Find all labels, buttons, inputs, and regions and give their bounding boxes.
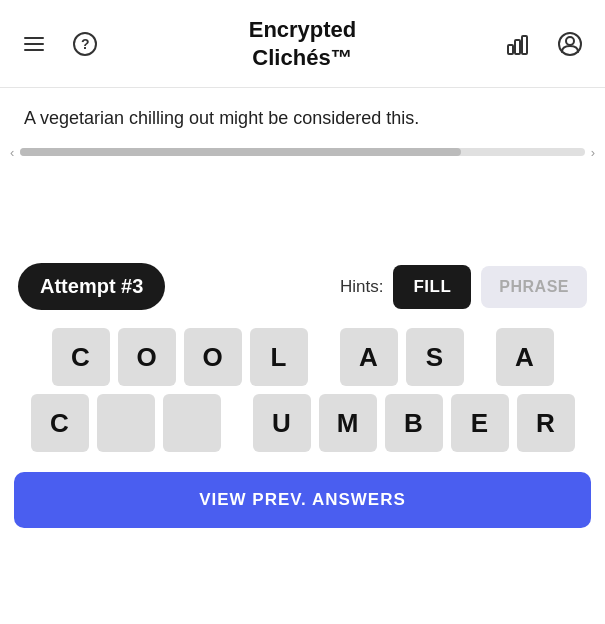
cell-1-5[interactable]: A: [340, 328, 398, 386]
svg-point-9: [566, 37, 574, 45]
svg-rect-5: [508, 45, 513, 54]
header: ? Encrypted Clichés™: [0, 0, 605, 88]
header-center: Encrypted Clichés™: [249, 16, 357, 71]
cell-2-4[interactable]: U: [253, 394, 311, 452]
svg-rect-6: [515, 40, 520, 54]
scroll-left-arrow[interactable]: ‹: [10, 145, 14, 160]
cell-2-2[interactable]: [97, 394, 155, 452]
scroll-thumb: [20, 148, 460, 156]
cell-2-7[interactable]: E: [451, 394, 509, 452]
middle-space: [0, 163, 605, 263]
cell-space-2: [472, 328, 488, 386]
letter-row-2: C U M B E R: [31, 394, 575, 452]
svg-rect-7: [522, 36, 527, 54]
controls-row: Attempt #3 Hints: FILL PHRASE: [0, 263, 605, 310]
scroll-bar: [20, 148, 584, 156]
user-icon[interactable]: [553, 27, 587, 61]
cell-1-2[interactable]: O: [118, 328, 176, 386]
view-prev-button[interactable]: VIEW PREV. ANSWERS: [14, 472, 591, 528]
app-title: Encrypted Clichés™: [249, 16, 357, 71]
help-icon[interactable]: ?: [68, 27, 102, 61]
menu-icon[interactable]: [18, 28, 50, 60]
cell-1-1[interactable]: C: [52, 328, 110, 386]
svg-text:?: ?: [81, 36, 90, 52]
letter-grid: C O O L A S A C U M B E R: [0, 328, 605, 452]
cell-1-6[interactable]: S: [406, 328, 464, 386]
header-left: ?: [18, 27, 102, 61]
scroll-track: ‹ ›: [0, 141, 605, 163]
scroll-right-arrow[interactable]: ›: [591, 145, 595, 160]
cell-2-5[interactable]: M: [319, 394, 377, 452]
cell-2-3[interactable]: [163, 394, 221, 452]
clue-text: A vegetarian chilling out might be consi…: [0, 88, 605, 141]
attempt-badge: Attempt #3: [18, 263, 165, 310]
header-right: [501, 27, 587, 61]
cell-space-3: [229, 394, 245, 452]
letter-row-1: C O O L A S A: [52, 328, 554, 386]
phrase-button[interactable]: PHRASE: [481, 266, 587, 308]
cell-1-3[interactable]: O: [184, 328, 242, 386]
fill-button[interactable]: FILL: [393, 265, 471, 309]
cell-space-1: [316, 328, 332, 386]
cell-2-1[interactable]: C: [31, 394, 89, 452]
cell-1-7[interactable]: A: [496, 328, 554, 386]
cell-2-6[interactable]: B: [385, 394, 443, 452]
cell-1-4[interactable]: L: [250, 328, 308, 386]
hints-area: Hints: FILL PHRASE: [340, 265, 587, 309]
cell-2-8[interactable]: R: [517, 394, 575, 452]
hints-label: Hints:: [340, 277, 383, 297]
stats-icon[interactable]: [501, 27, 535, 61]
